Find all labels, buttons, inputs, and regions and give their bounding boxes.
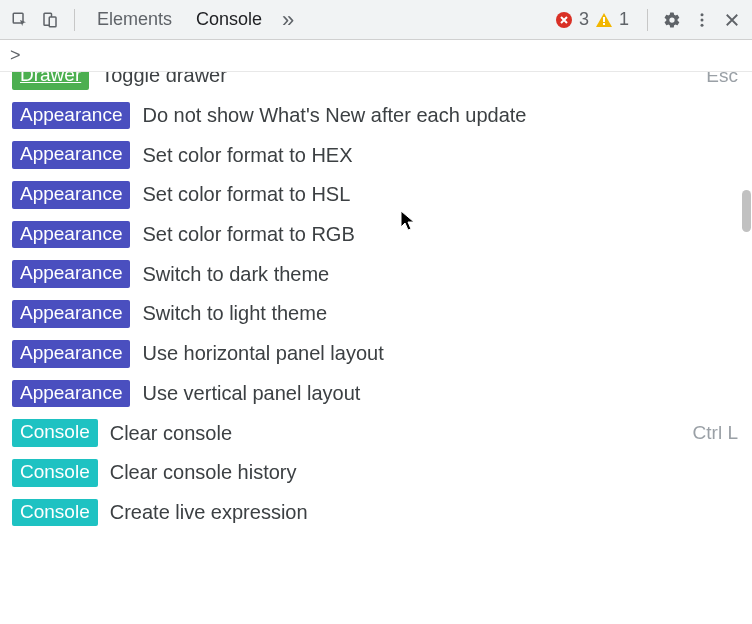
- tab-elements[interactable]: Elements: [97, 9, 172, 30]
- command-category-tag: Drawer: [12, 72, 89, 90]
- warning-icon: [595, 11, 613, 29]
- command-label: Set color format to HSL: [142, 183, 738, 206]
- command-category-tag: Console: [12, 419, 98, 447]
- command-category-tag: Appearance: [12, 380, 130, 408]
- error-icon: [555, 11, 573, 29]
- command-label: Toggle drawer: [101, 72, 694, 87]
- device-toolbar-button[interactable]: [36, 6, 64, 34]
- command-category-tag: Appearance: [12, 181, 130, 209]
- command-label: Do not show What's New after each update: [142, 104, 738, 127]
- command-shortcut: Esc: [706, 72, 738, 87]
- command-label: Set color format to RGB: [142, 223, 738, 246]
- command-label: Create live expression: [110, 501, 738, 524]
- svg-rect-4: [603, 17, 605, 22]
- scrollbar-thumb[interactable]: [742, 190, 751, 232]
- command-label: Switch to dark theme: [142, 263, 738, 286]
- command-menu-item[interactable]: AppearanceSet color format to HSL: [0, 175, 752, 215]
- command-menu-item[interactable]: AppearanceSwitch to dark theme: [0, 254, 752, 294]
- toolbar-separator: [647, 9, 648, 31]
- command-label: Clear console history: [110, 461, 738, 484]
- command-category-tag: Appearance: [12, 102, 130, 130]
- more-tabs-button[interactable]: »: [282, 9, 294, 31]
- command-menu-item[interactable]: AppearanceSet color format to HEX: [0, 135, 752, 175]
- devtools-toolbar: Elements Console » 3 1: [0, 0, 752, 40]
- error-count: 3: [579, 9, 589, 30]
- command-menu-list[interactable]: DrawerToggle drawerEscAppearanceDo not s…: [0, 72, 752, 624]
- command-menu-item[interactable]: AppearanceDo not show What's New after e…: [0, 96, 752, 136]
- close-devtools-button[interactable]: [718, 6, 746, 34]
- command-category-tag: Appearance: [12, 221, 130, 249]
- svg-point-7: [701, 18, 704, 21]
- tab-console[interactable]: Console: [196, 9, 262, 30]
- command-label: Use horizontal panel layout: [142, 342, 738, 365]
- svg-point-8: [701, 23, 704, 26]
- command-menu-item[interactable]: ConsoleClear console history: [0, 453, 752, 493]
- command-category-tag: Appearance: [12, 300, 130, 328]
- more-options-button[interactable]: [688, 6, 716, 34]
- command-shortcut: Ctrl L: [693, 422, 738, 444]
- command-menu-item[interactable]: ConsoleCreate live expression: [0, 493, 752, 533]
- command-category-tag: Console: [12, 459, 98, 487]
- status-counters[interactable]: 3 1: [555, 9, 629, 30]
- command-label: Use vertical panel layout: [142, 382, 738, 405]
- command-category-tag: Appearance: [12, 260, 130, 288]
- svg-point-6: [701, 13, 704, 16]
- prompt-caret: >: [10, 45, 21, 66]
- svg-rect-5: [603, 23, 605, 25]
- panel-tabs: Elements Console: [97, 9, 262, 30]
- console-prompt[interactable]: >: [0, 40, 752, 72]
- command-menu-item[interactable]: ConsoleClear consoleCtrl L: [0, 413, 752, 453]
- command-label: Clear console: [110, 422, 681, 445]
- command-menu-item[interactable]: AppearanceUse horizontal panel layout: [0, 334, 752, 374]
- svg-rect-2: [49, 17, 56, 27]
- command-menu-item[interactable]: DrawerToggle drawerEsc: [0, 72, 752, 96]
- command-label: Switch to light theme: [142, 302, 738, 325]
- command-menu-item[interactable]: AppearanceSwitch to light theme: [0, 294, 752, 334]
- command-label: Set color format to HEX: [142, 144, 738, 167]
- command-menu-item[interactable]: AppearanceUse vertical panel layout: [0, 374, 752, 414]
- command-category-tag: Appearance: [12, 141, 130, 169]
- settings-button[interactable]: [658, 6, 686, 34]
- command-menu-item[interactable]: AppearanceSet color format to RGB: [0, 215, 752, 255]
- toolbar-separator: [74, 9, 75, 31]
- inspect-element-button[interactable]: [6, 6, 34, 34]
- command-category-tag: Appearance: [12, 340, 130, 368]
- warning-count: 1: [619, 9, 629, 30]
- command-category-tag: Console: [12, 499, 98, 527]
